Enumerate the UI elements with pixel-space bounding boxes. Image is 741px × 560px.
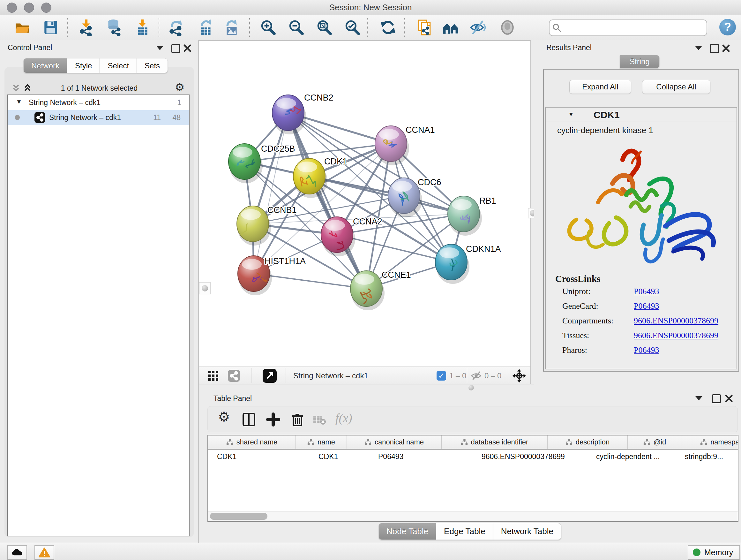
tab-network[interactable]: Network — [23, 58, 67, 73]
import-table-icon[interactable] — [134, 19, 151, 36]
protein-structure-image — [552, 141, 731, 271]
memory-button[interactable]: Memory — [688, 545, 740, 560]
network-collection-row[interactable]: ▼ String Network – cdk1 1 — [8, 95, 189, 110]
delete-column-trash-icon[interactable] — [290, 412, 305, 427]
column-header-namespace[interactable]: namespace — [682, 435, 738, 449]
function-builder-icon[interactable]: f(x) — [335, 411, 352, 425]
selected-counts: 1 – 0 — [449, 367, 466, 384]
collapse-all-button[interactable]: Collapse All — [642, 80, 711, 94]
help-icon[interactable]: ? — [719, 19, 736, 36]
left-splitter-handle[interactable] — [199, 282, 211, 294]
zoom-fit-icon[interactable] — [316, 19, 333, 36]
tab-node-table[interactable]: Node Table — [379, 523, 436, 540]
import-database-icon[interactable] — [105, 19, 123, 36]
toolbar-separator — [404, 18, 405, 37]
network-node-ccnb2[interactable] — [272, 95, 307, 134]
column-header-id[interactable]: @id — [628, 435, 682, 449]
float-panel-icon[interactable] — [695, 46, 702, 50]
tree-collapse-icon[interactable]: ▼ — [16, 94, 22, 109]
current-network-name: String Network – cdk1 — [293, 367, 368, 384]
network-options-gear-icon[interactable]: ⚙ — [175, 82, 185, 92]
crosslink-row: Pharos:P06493 — [555, 343, 728, 358]
close-panel-icon[interactable] — [183, 44, 192, 52]
network-node-cdc25b[interactable] — [228, 144, 263, 183]
protein-header[interactable]: ▼ CDK1 — [546, 108, 737, 122]
network-node-cdc6[interactable] — [388, 178, 422, 217]
float-panel-icon[interactable] — [695, 396, 702, 400]
network-node-cdkn1a[interactable] — [435, 244, 469, 284]
cloud-status-button[interactable] — [7, 545, 27, 560]
crosslink-uniprot[interactable]: P06493 — [634, 287, 659, 296]
horizontal-splitter-handle[interactable] — [467, 385, 475, 390]
refresh-icon[interactable] — [380, 19, 397, 36]
table-cell: cyclin-dependent ... — [587, 449, 676, 463]
first-neighbors-icon[interactable] — [442, 19, 459, 36]
protein-detail-box: ▼ CDK1 cyclin-dependent kinase 1 — [545, 107, 737, 369]
export-table-icon[interactable] — [197, 19, 214, 36]
column-header-description[interactable]: description — [548, 435, 628, 449]
selected-nodes-checkbox[interactable]: ✓ — [436, 371, 446, 381]
import-network-icon[interactable] — [77, 19, 95, 36]
toolbar-separator — [467, 368, 467, 383]
column-header-shared-name[interactable]: shared name — [208, 435, 296, 449]
network-node-ccna1[interactable] — [375, 126, 409, 165]
node-label-ccnb2: CCNB2 — [304, 93, 333, 103]
expand-all-button[interactable]: Expand All — [569, 80, 631, 94]
network-node-rb1[interactable] — [448, 196, 482, 236]
show-columns-icon[interactable] — [242, 412, 256, 427]
save-session-icon[interactable] — [42, 19, 59, 36]
maximize-panel-icon[interactable] — [172, 44, 180, 53]
table-type-tabs: Node TableEdge TableNetwork Table — [199, 523, 741, 540]
warning-status-button[interactable] — [35, 545, 54, 560]
network-row[interactable]: String Network – cdk1 11 48 — [8, 110, 189, 125]
tab-sets[interactable]: Sets — [137, 58, 168, 73]
export-network-icon[interactable] — [168, 19, 185, 36]
clone-network-icon[interactable] — [415, 19, 433, 36]
add-column-icon[interactable] — [266, 412, 280, 427]
table-row[interactable]: CDK1CDK1P064939606.ENSP00000378699cyclin… — [208, 449, 738, 463]
birdseye-view-icon[interactable] — [512, 369, 526, 383]
maximize-panel-icon[interactable] — [710, 44, 719, 53]
tab-select[interactable]: Select — [100, 58, 137, 73]
export-image-icon[interactable] — [223, 19, 240, 36]
table-options-gear-icon[interactable]: ⚙ — [218, 410, 232, 425]
crosslink-genecard[interactable]: P06493 — [634, 301, 659, 311]
search-input[interactable] — [564, 21, 706, 35]
collapse-section-icon[interactable]: ▼ — [568, 111, 574, 118]
hidden-eye-icon[interactable] — [470, 371, 482, 381]
tab-style[interactable]: Style — [67, 58, 100, 73]
zoom-selected-icon[interactable] — [344, 19, 361, 36]
column-header-name[interactable]: name — [296, 435, 347, 449]
crosslink-tissues[interactable]: 9606.ENSP00000378699 — [634, 331, 718, 340]
zoom-out-icon[interactable] — [287, 19, 305, 36]
open-session-icon[interactable] — [14, 19, 31, 36]
network-node-ccna2[interactable] — [321, 217, 355, 256]
show-all-icon[interactable] — [499, 19, 516, 36]
network-edge[interactable] — [254, 113, 288, 273]
hide-selected-icon[interactable] — [469, 19, 486, 36]
tab-network-table[interactable]: Network Table — [493, 523, 561, 540]
float-panel-icon[interactable] — [156, 46, 163, 50]
tab-string[interactable]: String — [620, 55, 660, 68]
network-node-ccne1[interactable] — [350, 271, 385, 310]
tab-edge-table[interactable]: Edge Table — [436, 523, 493, 540]
network-canvas[interactable]: CCNB2CCNA1CDC25BCDK1CDC6RB1CCNB1CCNA2CDK… — [199, 41, 530, 367]
column-header-database-identifier[interactable]: database identifier — [442, 435, 548, 449]
delete-table-icon[interactable] — [313, 415, 326, 425]
network-node-cdk1[interactable] — [293, 159, 327, 198]
scrollbar-thumb[interactable] — [210, 513, 267, 520]
grid-view-icon[interactable] — [208, 370, 219, 381]
zoom-in-icon[interactable] — [259, 19, 277, 36]
node-label-ccna1: CCNA1 — [406, 125, 435, 135]
network-view-icon[interactable] — [228, 370, 240, 382]
column-label: @id — [654, 438, 666, 446]
node-table: shared namenamecanonical namedatabase id… — [207, 435, 738, 522]
maximize-panel-icon[interactable] — [712, 394, 721, 403]
close-panel-icon[interactable] — [722, 44, 730, 52]
detach-view-icon[interactable] — [263, 369, 277, 383]
column-header-canonical-name[interactable]: canonical name — [347, 435, 442, 449]
node-label-cdc6: CDC6 — [418, 178, 441, 187]
close-panel-icon[interactable] — [725, 394, 733, 402]
crosslink-compartments[interactable]: 9606.ENSP00000378699 — [634, 316, 718, 326]
crosslink-pharos[interactable]: P06493 — [634, 346, 659, 355]
